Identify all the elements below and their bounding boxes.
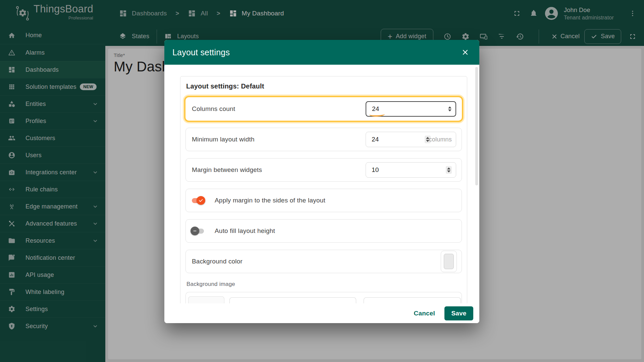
background-color-label: Background color <box>192 258 462 265</box>
color-swatch <box>444 254 454 269</box>
minus-icon <box>192 228 198 234</box>
close-dialog-button[interactable] <box>459 46 471 58</box>
check-icon <box>198 198 204 203</box>
dialog-footer: Cancel Save <box>164 303 479 323</box>
min-layout-width-row: Minimum layout width 24 columns <box>185 128 462 151</box>
background-image-row <box>185 292 462 303</box>
margin-between-widgets-input[interactable]: 10 <box>366 162 456 178</box>
image-drop-area[interactable] <box>188 296 224 303</box>
cancel-button[interactable]: Cancel <box>406 310 443 317</box>
section-title: Layout settings: Default <box>186 82 462 90</box>
dialog-scrollbar[interactable] <box>475 67 478 185</box>
background-image-label: Background image <box>186 281 462 288</box>
dialog-title: Layout settings <box>172 48 459 57</box>
app-root: ThingsBoard Professional Home Alarms Das… <box>0 0 644 362</box>
background-size-field[interactable] <box>364 297 461 303</box>
min-layout-width-input[interactable]: 24 columns <box>366 132 456 147</box>
background-color-row: Background color <box>185 250 462 273</box>
cursor-mark <box>369 112 385 117</box>
margin-stepper[interactable] <box>446 166 452 174</box>
background-color-picker[interactable] <box>441 251 457 272</box>
dialog-body: Layout settings: Default Columns count 2… <box>164 65 479 303</box>
save-button[interactable]: Save <box>444 306 473 320</box>
apply-margin-toggle[interactable] <box>191 196 205 205</box>
auto-fill-row: Auto fill layout height <box>185 219 462 243</box>
apply-margin-row: Apply margin to the sides of the layout <box>185 189 462 212</box>
auto-fill-label: Auto fill layout height <box>215 227 275 235</box>
layout-settings-dialog: Layout settings Layout settings: Default… <box>164 40 479 323</box>
columns-count-input[interactable]: 24 <box>366 101 456 117</box>
auto-fill-toggle[interactable] <box>191 227 205 235</box>
close-icon <box>461 48 469 56</box>
columns-count-stepper[interactable] <box>448 107 451 112</box>
unit-suffix: columns <box>429 136 452 143</box>
layout-settings-panel: Layout settings: Default Columns count 2… <box>180 76 467 303</box>
apply-margin-label: Apply margin to the sides of the layout <box>215 197 325 204</box>
columns-count-row: Columns count 24 <box>185 97 462 121</box>
dialog-header: Layout settings <box>164 40 479 65</box>
margin-between-widgets-row: Margin between widgets 10 <box>185 158 462 182</box>
background-image-field[interactable] <box>229 297 356 303</box>
